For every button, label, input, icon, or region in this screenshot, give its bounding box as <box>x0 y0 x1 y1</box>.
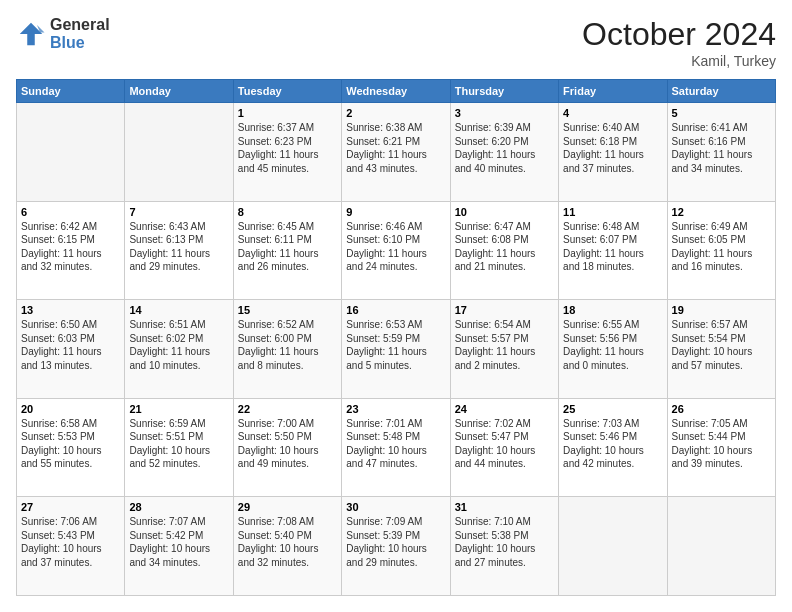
page: General Blue October 2024 Kamil, Turkey … <box>0 0 792 612</box>
calendar-week-row: 6Sunrise: 6:42 AMSunset: 6:15 PMDaylight… <box>17 201 776 300</box>
calendar-day-cell <box>17 103 125 202</box>
calendar-day-cell: 5Sunrise: 6:41 AMSunset: 6:16 PMDaylight… <box>667 103 775 202</box>
day-number: 13 <box>21 304 120 316</box>
logo-blue-text: Blue <box>50 34 110 52</box>
day-number: 9 <box>346 206 445 218</box>
calendar-day-cell: 13Sunrise: 6:50 AMSunset: 6:03 PMDayligh… <box>17 300 125 399</box>
calendar-day-cell: 25Sunrise: 7:03 AMSunset: 5:46 PMDayligh… <box>559 398 667 497</box>
day-info: Sunrise: 6:53 AMSunset: 5:59 PMDaylight:… <box>346 318 445 372</box>
logo-icon <box>16 19 46 49</box>
calendar-day-cell: 14Sunrise: 6:51 AMSunset: 6:02 PMDayligh… <box>125 300 233 399</box>
calendar-day-cell: 31Sunrise: 7:10 AMSunset: 5:38 PMDayligh… <box>450 497 558 596</box>
day-info: Sunrise: 6:49 AMSunset: 6:05 PMDaylight:… <box>672 220 771 274</box>
calendar-day-cell: 2Sunrise: 6:38 AMSunset: 6:21 PMDaylight… <box>342 103 450 202</box>
header: General Blue October 2024 Kamil, Turkey <box>16 16 776 69</box>
day-number: 6 <box>21 206 120 218</box>
month-title: October 2024 <box>582 16 776 53</box>
logo-text: General Blue <box>50 16 110 51</box>
day-info: Sunrise: 6:57 AMSunset: 5:54 PMDaylight:… <box>672 318 771 372</box>
day-number: 30 <box>346 501 445 513</box>
calendar-day-cell: 26Sunrise: 7:05 AMSunset: 5:44 PMDayligh… <box>667 398 775 497</box>
svg-marker-0 <box>20 22 43 45</box>
logo-general-text: General <box>50 16 110 34</box>
day-number: 1 <box>238 107 337 119</box>
day-info: Sunrise: 6:50 AMSunset: 6:03 PMDaylight:… <box>21 318 120 372</box>
weekday-header: Wednesday <box>342 80 450 103</box>
day-number: 14 <box>129 304 228 316</box>
day-info: Sunrise: 6:38 AMSunset: 6:21 PMDaylight:… <box>346 121 445 175</box>
calendar-day-cell: 16Sunrise: 6:53 AMSunset: 5:59 PMDayligh… <box>342 300 450 399</box>
calendar-day-cell: 1Sunrise: 6:37 AMSunset: 6:23 PMDaylight… <box>233 103 341 202</box>
day-info: Sunrise: 6:52 AMSunset: 6:00 PMDaylight:… <box>238 318 337 372</box>
calendar-table: SundayMondayTuesdayWednesdayThursdayFrid… <box>16 79 776 596</box>
day-number: 22 <box>238 403 337 415</box>
weekday-header: Thursday <box>450 80 558 103</box>
calendar-day-cell: 27Sunrise: 7:06 AMSunset: 5:43 PMDayligh… <box>17 497 125 596</box>
calendar-day-cell: 29Sunrise: 7:08 AMSunset: 5:40 PMDayligh… <box>233 497 341 596</box>
calendar-week-row: 13Sunrise: 6:50 AMSunset: 6:03 PMDayligh… <box>17 300 776 399</box>
calendar-day-cell: 12Sunrise: 6:49 AMSunset: 6:05 PMDayligh… <box>667 201 775 300</box>
day-info: Sunrise: 7:07 AMSunset: 5:42 PMDaylight:… <box>129 515 228 569</box>
day-number: 10 <box>455 206 554 218</box>
day-info: Sunrise: 7:08 AMSunset: 5:40 PMDaylight:… <box>238 515 337 569</box>
day-info: Sunrise: 6:46 AMSunset: 6:10 PMDaylight:… <box>346 220 445 274</box>
logo: General Blue <box>16 16 110 51</box>
weekday-header: Saturday <box>667 80 775 103</box>
calendar-day-cell: 28Sunrise: 7:07 AMSunset: 5:42 PMDayligh… <box>125 497 233 596</box>
day-number: 19 <box>672 304 771 316</box>
day-info: Sunrise: 6:58 AMSunset: 5:53 PMDaylight:… <box>21 417 120 471</box>
calendar-day-cell: 8Sunrise: 6:45 AMSunset: 6:11 PMDaylight… <box>233 201 341 300</box>
day-info: Sunrise: 6:59 AMSunset: 5:51 PMDaylight:… <box>129 417 228 471</box>
day-info: Sunrise: 6:40 AMSunset: 6:18 PMDaylight:… <box>563 121 662 175</box>
day-info: Sunrise: 6:47 AMSunset: 6:08 PMDaylight:… <box>455 220 554 274</box>
day-number: 29 <box>238 501 337 513</box>
day-number: 27 <box>21 501 120 513</box>
day-number: 15 <box>238 304 337 316</box>
day-number: 4 <box>563 107 662 119</box>
day-number: 18 <box>563 304 662 316</box>
weekday-header: Monday <box>125 80 233 103</box>
calendar-day-cell: 6Sunrise: 6:42 AMSunset: 6:15 PMDaylight… <box>17 201 125 300</box>
day-info: Sunrise: 7:06 AMSunset: 5:43 PMDaylight:… <box>21 515 120 569</box>
day-number: 31 <box>455 501 554 513</box>
day-number: 28 <box>129 501 228 513</box>
calendar-day-cell <box>667 497 775 596</box>
day-number: 11 <box>563 206 662 218</box>
day-number: 8 <box>238 206 337 218</box>
day-number: 25 <box>563 403 662 415</box>
day-info: Sunrise: 6:41 AMSunset: 6:16 PMDaylight:… <box>672 121 771 175</box>
calendar-week-row: 27Sunrise: 7:06 AMSunset: 5:43 PMDayligh… <box>17 497 776 596</box>
calendar-day-cell: 24Sunrise: 7:02 AMSunset: 5:47 PMDayligh… <box>450 398 558 497</box>
calendar-day-cell: 18Sunrise: 6:55 AMSunset: 5:56 PMDayligh… <box>559 300 667 399</box>
day-number: 12 <box>672 206 771 218</box>
day-number: 7 <box>129 206 228 218</box>
day-info: Sunrise: 7:01 AMSunset: 5:48 PMDaylight:… <box>346 417 445 471</box>
day-info: Sunrise: 6:55 AMSunset: 5:56 PMDaylight:… <box>563 318 662 372</box>
day-info: Sunrise: 7:03 AMSunset: 5:46 PMDaylight:… <box>563 417 662 471</box>
calendar-day-cell <box>559 497 667 596</box>
calendar-day-cell: 10Sunrise: 6:47 AMSunset: 6:08 PMDayligh… <box>450 201 558 300</box>
day-info: Sunrise: 6:42 AMSunset: 6:15 PMDaylight:… <box>21 220 120 274</box>
calendar-day-cell: 22Sunrise: 7:00 AMSunset: 5:50 PMDayligh… <box>233 398 341 497</box>
day-info: Sunrise: 7:09 AMSunset: 5:39 PMDaylight:… <box>346 515 445 569</box>
day-number: 16 <box>346 304 445 316</box>
calendar-week-row: 1Sunrise: 6:37 AMSunset: 6:23 PMDaylight… <box>17 103 776 202</box>
calendar-day-cell: 20Sunrise: 6:58 AMSunset: 5:53 PMDayligh… <box>17 398 125 497</box>
calendar-day-cell: 21Sunrise: 6:59 AMSunset: 5:51 PMDayligh… <box>125 398 233 497</box>
weekday-header: Sunday <box>17 80 125 103</box>
day-number: 21 <box>129 403 228 415</box>
calendar-day-cell: 15Sunrise: 6:52 AMSunset: 6:00 PMDayligh… <box>233 300 341 399</box>
day-info: Sunrise: 7:00 AMSunset: 5:50 PMDaylight:… <box>238 417 337 471</box>
calendar-day-cell: 19Sunrise: 6:57 AMSunset: 5:54 PMDayligh… <box>667 300 775 399</box>
day-number: 20 <box>21 403 120 415</box>
day-number: 23 <box>346 403 445 415</box>
title-area: October 2024 Kamil, Turkey <box>582 16 776 69</box>
calendar-header-row: SundayMondayTuesdayWednesdayThursdayFrid… <box>17 80 776 103</box>
location: Kamil, Turkey <box>582 53 776 69</box>
day-number: 2 <box>346 107 445 119</box>
weekday-header: Tuesday <box>233 80 341 103</box>
day-number: 5 <box>672 107 771 119</box>
day-info: Sunrise: 6:51 AMSunset: 6:02 PMDaylight:… <box>129 318 228 372</box>
day-number: 26 <box>672 403 771 415</box>
day-info: Sunrise: 7:10 AMSunset: 5:38 PMDaylight:… <box>455 515 554 569</box>
